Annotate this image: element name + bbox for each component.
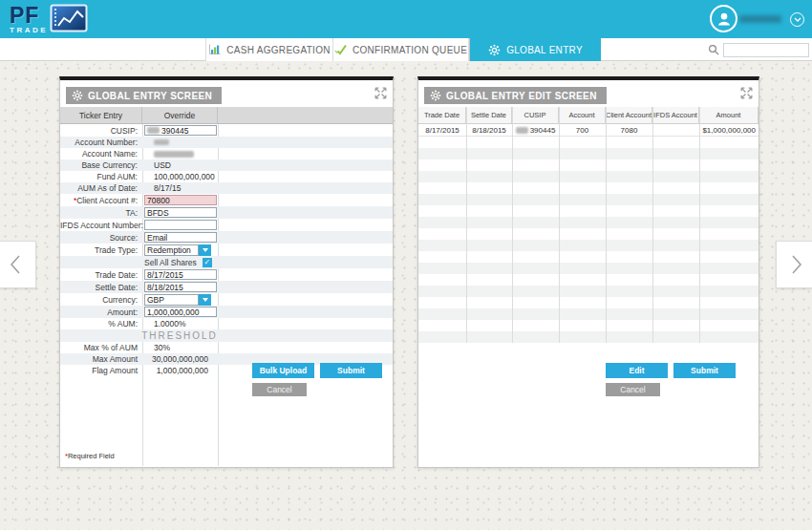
sell-all-shares-checkbox[interactable]: ✓ [203,258,212,267]
logo-trade-text: TRADE [10,26,48,34]
dropdown-arrow-icon[interactable] [199,244,211,256]
cancel-button[interactable]: Cancel [252,383,307,396]
tab-bar: CASH AGGREGATION CONFIRMATION QUEUE GLOB… [0,38,812,61]
tab-confirmation-queue[interactable]: CONFIRMATION QUEUE [332,38,469,61]
person-icon [715,10,734,29]
bulk-upload-button[interactable]: Bulk Upload [252,363,314,378]
bar-chart-icon [208,44,221,55]
field-value: USD [142,160,393,170]
column-header: IFDS Account [652,107,699,123]
field-label: IFDS Account Number: [60,221,142,230]
user-name-redacted [739,15,781,23]
grid-header-row: Trade Date Settle Date CUSIP Account Cli… [418,107,759,124]
tab-global-entry-active[interactable]: GLOBAL ENTRY [469,38,601,61]
field-label: Max % of AUM [60,343,142,352]
form-row-source: Source: Email [60,231,393,244]
ta-input[interactable]: BFDS [144,207,217,218]
cell-client-account: 7080 [606,124,652,136]
field-label: *Client Account #: [60,196,142,205]
redacted-value [516,127,528,134]
form-row-trade-date: Trade Date: 8/17/2015 [60,268,393,281]
avatar[interactable] [710,5,737,32]
top-header-bar: PF TRADE [0,0,812,38]
form-row-trade-type: Trade Type: Redemption [60,244,393,256]
column-divider [652,107,653,343]
ticker-entry-form: CUSIP: 390445 Account Number: Account Na… [60,124,393,376]
threshold-title: THRESHOLD [60,330,299,341]
field-label: TA: [60,208,142,218]
field-value: 8/17/15 [142,183,393,193]
field-label: Trade Type: [60,245,142,255]
column-divider [606,107,607,343]
search-icon [708,44,719,55]
redacted-value [154,151,194,158]
cusip-input[interactable]: 390445 [144,125,217,136]
expand-icon[interactable] [739,86,754,104]
checkmark-icon [334,44,347,55]
column-header: Amount [699,107,759,123]
form-row-amount: Amount: 1,000,000,000 [60,306,393,318]
expand-icon[interactable] [374,86,388,104]
next-page-arrow[interactable] [776,241,812,288]
cell-trade-date: 8/17/2015 [418,124,466,136]
redacted-value [154,139,169,145]
dropdown-arrow-icon[interactable] [199,294,211,306]
settle-date-input[interactable]: 8/18/2015 [144,282,217,292]
field-label: Source: [60,233,142,243]
form-row-settle-date: Settle Date: 8/18/2015 [60,281,393,293]
app-logo: PF TRADE [8,1,122,37]
global-entry-edit-screen-panel: GLOBAL ENTRY EDIT SCREEN Trade Date Sett… [417,76,759,468]
trade-type-dropdown[interactable]: Redemption [144,244,211,256]
form-row-fund-aum: Fund AUM: 100,000,000,000 [60,171,393,182]
ifds-account-input[interactable] [144,220,217,230]
amount-input[interactable]: 1,000,000,000 [144,307,217,317]
field-label: Max Amount [60,354,142,364]
grid-data-row[interactable]: 8/17/2015 8/18/2015 390445 700 7080 $1,0… [418,124,759,137]
column-header: Override [142,107,218,123]
form-row-ifds-account-number: IFDS Account Number: [60,219,393,231]
user-menu-chevron-down-icon[interactable] [790,12,804,27]
field-label: CUSIP: [60,126,142,136]
search-input[interactable] [723,43,809,57]
edit-button[interactable]: Edit [606,363,668,378]
previous-page-arrow[interactable] [0,241,36,288]
cell-amount: $1,000,000,000 [699,124,759,136]
column-divider [699,107,700,343]
tab-label: CASH AGGREGATION [226,45,331,55]
field-label: AUM As of Date: [60,183,142,193]
trade-date-input[interactable]: 8/17/2015 [144,269,217,280]
cell-ifds-account [652,124,699,136]
field-label: Amount: [60,307,142,317]
field-label: Currency: [60,295,142,305]
currency-dropdown[interactable]: GBP [144,294,211,306]
field-label: Account Name: [60,149,142,159]
app-root: PF TRADE [0,0,812,530]
submit-button[interactable]: Submit [673,363,736,378]
panel-title-bar: GLOBAL ENTRY SCREEN [66,87,222,104]
column-header: Account [559,107,606,123]
field-label: Flag Amount [60,366,142,375]
chevron-right-icon [791,254,802,275]
form-row-currency: Currency: GBP [60,293,393,306]
column-header: Client Account [606,107,652,123]
column-divider [466,107,467,343]
field-label: Account Number: [60,138,142,147]
form-row-aum-as-of-date: AUM As of Date: 8/17/15 [60,182,393,194]
field-value: 100,000,000,000 [142,172,393,181]
field-value: 1.0000% [142,319,393,329]
client-account-input[interactable]: 70800 [144,195,217,205]
logo-chart-icon [50,4,88,34]
cancel-button[interactable]: Cancel [606,383,660,396]
column-header: Settle Date [466,107,512,123]
gear-icon [430,90,441,101]
tab-cash-aggregation[interactable]: CASH AGGREGATION [205,38,332,61]
form-row-pct-aum: % AUM: 1.0000% [60,318,393,329]
source-input[interactable]: Email [144,232,217,243]
form-row-ta: TA: BFDS [60,206,393,219]
form-row-max-pct-aum: Max % of AUM 30% [60,342,393,353]
submit-button[interactable]: Submit [320,363,382,378]
form-row-account-number: Account Number: [60,137,393,148]
field-label: Base Currency: [60,160,142,170]
gear-icon [72,90,83,101]
panel-title: GLOBAL ENTRY EDIT SCREEN [446,91,597,101]
